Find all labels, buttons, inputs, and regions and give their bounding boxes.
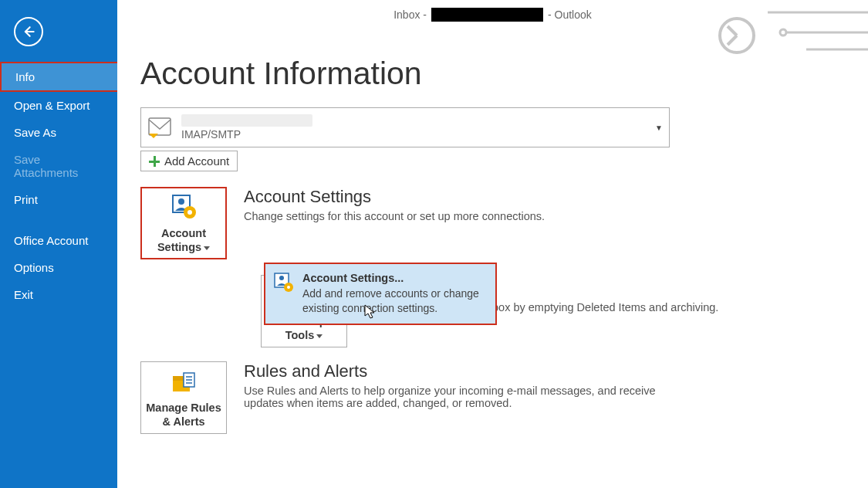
page-title: Account Information	[140, 56, 845, 92]
mailbox-icon	[146, 114, 174, 141]
popup-title: Account Settings...	[302, 272, 488, 284]
nav-options[interactable]: Options	[0, 254, 117, 281]
nav-info[interactable]: Info	[0, 62, 119, 92]
account-settings-icon	[168, 192, 199, 223]
svg-point-9	[178, 198, 184, 205]
add-account-label: Add Account	[164, 154, 229, 168]
rules-desc: Use Rules and Alerts to help organize yo…	[244, 385, 660, 409]
account-type: IMAP/SMTP	[181, 128, 647, 141]
manage-rules-button[interactable]: Manage Rules & Alerts	[140, 361, 227, 434]
mailbox-desc-fragment: box by emptying Deleted Items and archiv…	[492, 301, 718, 313]
svg-point-11	[187, 210, 192, 215]
account-settings-heading: Account Settings	[244, 187, 545, 207]
svg-rect-6	[149, 118, 171, 135]
nav-office-account[interactable]: Office Account	[0, 227, 117, 254]
svg-point-21	[287, 286, 290, 289]
main-panel: Inbox - - Outlook Account Information	[117, 0, 868, 488]
nav-print[interactable]: Print	[0, 186, 117, 213]
back-button[interactable]	[14, 17, 43, 46]
nav-save-attachments: Save Attachments	[0, 146, 117, 186]
svg-point-3	[780, 29, 786, 36]
add-account-button[interactable]: Add Account	[140, 151, 238, 171]
popup-desc: Add and remove accounts or change existi…	[302, 286, 488, 316]
app-root: Info Open & Export Save As Save Attachme…	[0, 0, 868, 488]
decorative-lines-icon	[714, 5, 868, 59]
backstage-sidebar: Info Open & Export Save As Save Attachme…	[0, 0, 117, 488]
mouse-cursor-icon	[364, 304, 377, 320]
title-suffix: - Outlook	[548, 8, 592, 21]
account-settings-desc: Change settings for this account or set …	[244, 210, 545, 222]
svg-point-19	[279, 276, 284, 280]
svg-marker-7	[149, 134, 158, 138]
rules-heading: Rules and Alerts	[244, 361, 660, 381]
nav-exit[interactable]: Exit	[0, 281, 117, 308]
plus-icon	[149, 156, 160, 167]
account-settings-menu-item[interactable]: Account Settings... Add and remove accou…	[264, 263, 497, 325]
nav-open-export[interactable]: Open & Export	[0, 92, 117, 119]
nav-save-as[interactable]: Save As	[0, 119, 117, 146]
redacted-email	[431, 8, 543, 22]
account-settings-button[interactable]: Account Settings	[140, 187, 227, 259]
title-prefix: Inbox -	[393, 8, 427, 21]
account-selector[interactable]: IMAP/SMTP ▼	[140, 107, 670, 147]
account-name-redacted	[181, 114, 312, 127]
dropdown-caret-icon: ▼	[655, 124, 663, 132]
back-arrow-icon	[21, 24, 36, 39]
rules-icon	[168, 367, 199, 398]
account-settings-small-icon	[273, 272, 295, 293]
